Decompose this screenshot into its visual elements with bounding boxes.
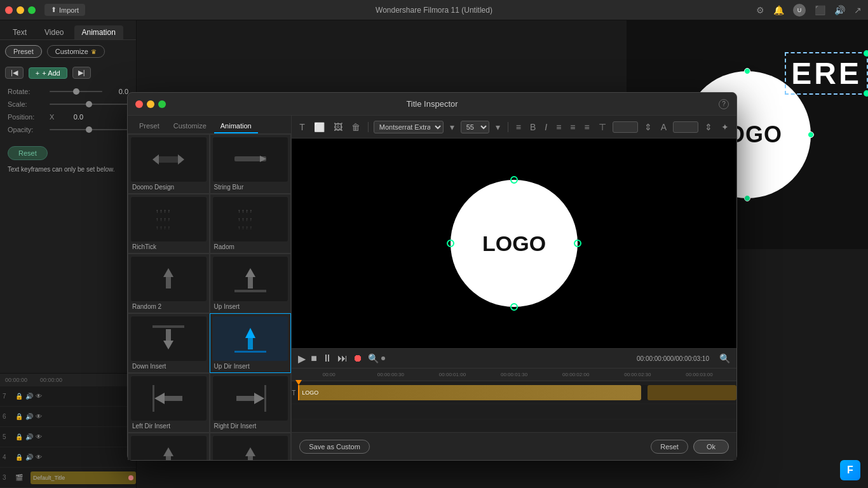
time-end: 00:00:00	[40, 377, 62, 383]
back-button[interactable]: |◀	[5, 67, 24, 79]
line-height-arrows[interactable]: ⇕	[702, 121, 715, 133]
font-select[interactable]: Montserrat Extra...	[374, 121, 444, 133]
handle-right-circle[interactable]	[574, 240, 581, 247]
italic-icon[interactable]: I	[542, 121, 550, 133]
share-icon[interactable]: ↗	[854, 5, 862, 15]
handle-top-circle[interactable]	[510, 176, 518, 184]
spacing-arrows[interactable]: ⇕	[642, 121, 654, 133]
pause-button[interactable]: ⏸	[322, 353, 332, 364]
save-as-custom-button[interactable]: Save as Custom	[299, 440, 370, 454]
traffic-lights	[5, 6, 36, 14]
image-icon[interactable]: 🖼	[331, 121, 345, 133]
toolbar-sep1	[368, 122, 369, 132]
anim-item-random2[interactable]: Random 2	[128, 254, 210, 313]
effects-icon[interactable]: ✦	[719, 121, 731, 133]
anim-item-up-insert[interactable]: Up Insert	[210, 254, 292, 313]
line-height-icon[interactable]: A	[658, 121, 669, 133]
anim-item-radom[interactable]: ↑ ↑ ↑ ↑ ↑ ↑ ↑ ↑ ↑ ↑ ↑ ↑ Radom	[210, 194, 292, 254]
logo-clip[interactable]: LOGO	[298, 385, 641, 400]
tab-text[interactable]: Text	[5, 25, 34, 39]
reset-button[interactable]: Reset	[8, 146, 48, 160]
close-button[interactable]	[5, 6, 13, 14]
align-right-icon[interactable]: ≡	[567, 121, 578, 133]
handle-left-circle[interactable]	[447, 240, 454, 247]
animation-panel: Preset Customize Animation Doomo Design	[128, 116, 292, 460]
next-frame-button[interactable]: ⏭	[337, 353, 348, 364]
maximize-button[interactable]	[28, 6, 36, 14]
opacity-slider[interactable]	[50, 129, 128, 130]
crop-icon[interactable]: ⬜	[311, 121, 327, 133]
anim-item-down-insert[interactable]: Down Insert	[128, 313, 210, 373]
opacity-row: Opacity:	[8, 126, 128, 133]
handle-right[interactable]	[808, 132, 814, 138]
logo-clip-2[interactable]	[648, 385, 736, 400]
align-center-icon[interactable]: ≡	[553, 121, 564, 133]
minimize-button[interactable]	[17, 6, 24, 14]
dialog-help-button[interactable]: ?	[719, 99, 729, 109]
zoom-out-button[interactable]: 🔍	[368, 353, 379, 363]
tab-video[interactable]: Video	[37, 25, 71, 39]
font-size-dropdown-icon[interactable]: ▾	[493, 121, 503, 133]
avatar[interactable]: U	[793, 4, 806, 17]
anim-item-doomo-design[interactable]: Doomo Design	[128, 134, 210, 194]
window-icon[interactable]: ⬛	[815, 5, 825, 15]
record-button[interactable]: ⏺	[353, 353, 363, 364]
properties-panel: Rotate: 0.0 Scale: Position: X 0.0 Opaci…	[0, 83, 136, 144]
dialog-close[interactable]	[135, 100, 143, 108]
preset-button[interactable]: Preset	[5, 45, 42, 58]
anim-thumb-down-insert	[131, 316, 207, 361]
anim-item-extra2[interactable]: Anim 12	[210, 433, 292, 460]
forward-button[interactable]: ▶|	[72, 67, 91, 79]
anim-thumb-up-dir-insert	[213, 316, 288, 361]
anim-item-richtick[interactable]: ↑ ↑ ↑ ↑ ↑ ↑ ↑ ↑ ↑ ↑ ↑ ↑ RichTick	[128, 194, 210, 254]
svg-rect-0	[156, 156, 181, 163]
bold-icon[interactable]: B	[527, 121, 538, 133]
dialog-minimize[interactable]	[147, 100, 154, 108]
delete-icon[interactable]: 🗑	[349, 121, 363, 133]
clip-default-title[interactable]: Default_Title	[31, 471, 136, 484]
tab-animation[interactable]: Animation	[74, 25, 123, 39]
justify-icon[interactable]: ≡	[581, 121, 592, 133]
align-left-icon[interactable]: ≡	[513, 121, 524, 133]
anim-item-right-dir-insert[interactable]: Right Dir Insert	[210, 373, 292, 433]
audio-icon[interactable]: 🔊	[834, 5, 845, 15]
dialog-tab-animation[interactable]: Animation	[214, 119, 258, 133]
anim-thumb-extra2	[213, 436, 288, 460]
svg-rect-18	[153, 325, 184, 328]
handle-br[interactable]	[864, 90, 868, 97]
spacing-input[interactable]: 0.0	[613, 121, 638, 133]
customize-button[interactable]: Customize ♛	[47, 45, 105, 58]
dialog-maximize[interactable]	[158, 100, 166, 108]
rotate-slider[interactable]	[50, 91, 102, 92]
stop-button[interactable]: ■	[311, 353, 317, 364]
text-icon[interactable]: T	[297, 121, 308, 133]
reset-dialog-button[interactable]: Reset	[651, 440, 688, 454]
anim-item-left-dir-insert[interactable]: Left Dir Insert	[128, 373, 210, 433]
zoom-in-button[interactable]: 🔍	[719, 353, 730, 363]
timeline-ruler: 00:00 00:00:00:30 00:00:01:00 00:00:01:3…	[292, 369, 736, 381]
anim-item-string-blur[interactable]: String Blur	[210, 134, 292, 194]
import-button[interactable]: ⬆ Import	[44, 4, 85, 16]
track-t-bg: LOGO	[298, 385, 736, 400]
play-button[interactable]: ▶	[298, 353, 306, 365]
anim-item-extra1[interactable]: Anim 11	[128, 433, 210, 460]
anim-item-up-dir-insert[interactable]: Up Dir Insert	[210, 313, 292, 373]
anim-thumb-richtick: ↑ ↑ ↑ ↑ ↑ ↑ ↑ ↑ ↑ ↑ ↑ ↑	[131, 197, 207, 241]
svg-rect-21	[234, 351, 266, 353]
handle-tr[interactable]	[864, 50, 868, 57]
notification-icon[interactable]: 🔔	[773, 5, 784, 15]
settings-icon[interactable]: ⚙	[756, 5, 764, 15]
add-button[interactable]: + + Add	[29, 67, 67, 79]
add-reset-row: |◀ + + Add ▶|	[0, 63, 136, 83]
ok-button[interactable]: Ok	[693, 440, 729, 454]
handle-top[interactable]	[744, 68, 750, 74]
line-height-input[interactable]: 0.0	[673, 121, 698, 133]
font-size-select[interactable]: 55	[461, 121, 489, 133]
handle-bottom-circle[interactable]	[510, 303, 518, 311]
dialog-tab-customize[interactable]: Customize	[167, 119, 213, 133]
dialog-tab-preset[interactable]: Preset	[133, 119, 166, 133]
handle-bottom[interactable]	[744, 195, 750, 201]
font-dropdown-icon[interactable]: ▾	[447, 121, 457, 133]
align-top-icon[interactable]: ⊤	[596, 121, 609, 133]
scale-slider[interactable]	[50, 104, 128, 105]
